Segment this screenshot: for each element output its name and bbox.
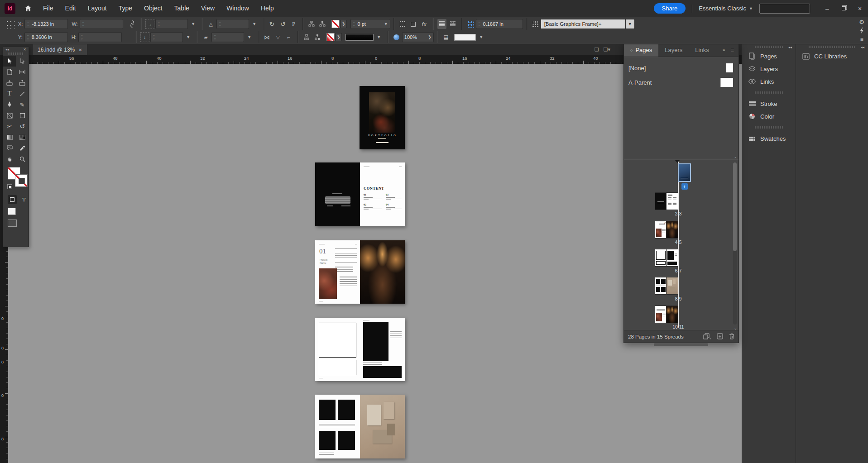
- corner-shape-icon[interactable]: [409, 19, 418, 29]
- flip-horizontal-icon[interactable]: →: [145, 19, 154, 29]
- dock-item-layers[interactable]: Layers: [742, 62, 796, 75]
- fill-flyout-button[interactable]: ❯: [336, 33, 342, 41]
- opacity-field[interactable]: 100% ❯: [402, 32, 434, 42]
- apply-color-button[interactable]: [8, 208, 16, 215]
- tab-layers[interactable]: Layers: [658, 43, 689, 57]
- parent-page-a[interactable]: A-Parent: [624, 76, 739, 89]
- selection-tool[interactable]: [3, 56, 16, 67]
- scale-x-field[interactable]: ⌃⌄: [155, 19, 188, 29]
- flip-vertical-icon[interactable]: ↓: [140, 32, 149, 42]
- scale-y-field[interactable]: ⌃⌄: [150, 32, 183, 42]
- parent-page-none[interactable]: [None]: [624, 62, 739, 74]
- dock-item-cc-libraries[interactable]: CC Libraries: [796, 50, 868, 62]
- align-objects-icon[interactable]: [302, 32, 311, 42]
- formatting-affects-container-button[interactable]: [8, 195, 17, 204]
- effects-icon[interactable]: fx: [420, 19, 429, 29]
- spread-thumbnail-10-11[interactable]: [655, 306, 678, 323]
- collapse-group-icon[interactable]: »: [723, 48, 725, 53]
- spread-1-cover-page[interactable]: P O R T F O L I O: [360, 86, 405, 149]
- share-button[interactable]: Share: [654, 3, 686, 14]
- drop-shadow-icon[interactable]: ⬓: [441, 32, 451, 42]
- dock-item-swatches[interactable]: Swatches: [742, 132, 796, 145]
- scissors-tool[interactable]: ✂: [3, 121, 16, 132]
- object-style-proxy-icon[interactable]: [531, 19, 540, 29]
- zoom-tool[interactable]: [16, 153, 29, 164]
- document-tab[interactable]: 16.indd @ 13% ✕: [33, 44, 87, 55]
- tab-pages[interactable]: ◇ Pages: [624, 43, 658, 57]
- menu-edit[interactable]: Edit: [59, 0, 82, 17]
- dock-item-color[interactable]: Color: [742, 110, 796, 123]
- menu-file[interactable]: File: [37, 0, 59, 17]
- dock-grip[interactable]: [755, 91, 783, 94]
- spread-thumbnail-8-9[interactable]: [655, 277, 678, 294]
- chevron-down-icon[interactable]: ▼: [384, 22, 388, 26]
- scroll-up-icon[interactable]: ⌃: [734, 157, 737, 161]
- y-field[interactable]: ⌃⌄8.3606 in: [24, 32, 68, 42]
- home-icon[interactable]: [19, 0, 37, 17]
- wrap-offset-proxy[interactable]: [467, 20, 474, 28]
- spread-8-9[interactable]: [315, 395, 405, 458]
- close-button[interactable]: ×: [852, 0, 868, 17]
- pencil-tool[interactable]: ✎: [16, 99, 29, 110]
- float-window-icon[interactable]: ❏▾: [604, 47, 610, 53]
- menu-object[interactable]: Object: [138, 0, 168, 17]
- delete-page-icon[interactable]: [729, 333, 734, 340]
- workspace-switcher[interactable]: Essentials Classic ▼: [699, 5, 753, 12]
- gradient-tool[interactable]: [3, 132, 16, 143]
- menu-table[interactable]: Table: [168, 0, 195, 17]
- panel-menu-icon[interactable]: ≡: [730, 47, 734, 53]
- object-style-dropdown[interactable]: [Basic Graphics Frame]+ ▼: [541, 19, 635, 29]
- clear-transformations-icon[interactable]: ⌐: [284, 32, 293, 42]
- constrain-proportions-icon[interactable]: [128, 19, 137, 29]
- panel-resize-grip[interactable]: [654, 343, 708, 346]
- flip-vertical-button[interactable]: ▽: [273, 32, 283, 42]
- wrap-bounding-box-icon[interactable]: [448, 19, 457, 29]
- gear-icon[interactable]: ⚙: [859, 19, 864, 25]
- select-container-icon[interactable]: [307, 19, 316, 29]
- tab-links[interactable]: Links: [689, 43, 715, 57]
- rotate-angle-field[interactable]: ⌃⌄: [211, 32, 244, 42]
- note-tool[interactable]: [3, 143, 16, 153]
- preset-swatch-dropdown[interactable]: [454, 34, 476, 41]
- panel-grip[interactable]: [8, 53, 24, 55]
- dock-item-pages[interactable]: Pages: [742, 50, 796, 62]
- page-5[interactable]: [360, 240, 405, 304]
- corner-options-icon[interactable]: [398, 19, 407, 29]
- page-7[interactable]: [360, 318, 405, 381]
- dropdown-chevron-icon[interactable]: ▼: [189, 19, 198, 29]
- arrange-documents-icon[interactable]: ❏: [595, 47, 599, 53]
- page-8[interactable]: [315, 395, 360, 458]
- distribute-objects-icon[interactable]: [313, 32, 322, 42]
- chevron-down-icon[interactable]: ▼: [477, 32, 486, 42]
- dock-item-links[interactable]: Links: [742, 75, 796, 88]
- w-field[interactable]: ⌃⌄: [80, 19, 123, 29]
- expand-dock-icon[interactable]: ◂◂: [861, 45, 864, 49]
- edit-page-size-icon[interactable]: [703, 333, 711, 340]
- chevron-down-icon[interactable]: ▼: [374, 32, 384, 42]
- hand-tool[interactable]: [3, 153, 16, 164]
- stroke-swatch[interactable]: [15, 174, 28, 187]
- spread-4-5[interactable]: 01 Project Name: [315, 240, 405, 304]
- dock-grip[interactable]: [809, 46, 855, 48]
- spread-thumbnail-4-5[interactable]: A A: [655, 221, 678, 238]
- minimize-button[interactable]: –: [819, 0, 835, 17]
- h-field[interactable]: ⌃⌄: [78, 32, 122, 42]
- screen-mode-button[interactable]: [8, 220, 17, 227]
- flip-horizontal-button[interactable]: ⋈: [263, 32, 272, 42]
- rectangle-tool[interactable]: [16, 110, 29, 121]
- gradient-swatch-dropdown[interactable]: [345, 34, 374, 41]
- wrap-none-icon[interactable]: [437, 19, 446, 29]
- x-field[interactable]: ⌃⌄-8.1323 in: [24, 19, 68, 29]
- page-9[interactable]: [360, 395, 405, 458]
- flyout-arrow-icon[interactable]: ❯: [428, 35, 432, 39]
- paragraph-style-icon[interactable]: P: [289, 19, 298, 29]
- default-fill-stroke-icon[interactable]: [7, 184, 12, 189]
- wrap-offset-field[interactable]: ⌃⌄ 0.1667 in: [476, 19, 523, 29]
- content-placer-tool[interactable]: [16, 77, 29, 88]
- pen-tool[interactable]: [3, 99, 16, 110]
- collapse-panel-icon[interactable]: ◂◂: [5, 48, 9, 52]
- dock-grip[interactable]: [755, 126, 783, 129]
- dock-grip[interactable]: [755, 46, 783, 48]
- expand-dock-icon[interactable]: ◂◂: [788, 45, 792, 49]
- stroke-weight-field[interactable]: ⌃⌄ 0 pt ▼: [350, 19, 390, 29]
